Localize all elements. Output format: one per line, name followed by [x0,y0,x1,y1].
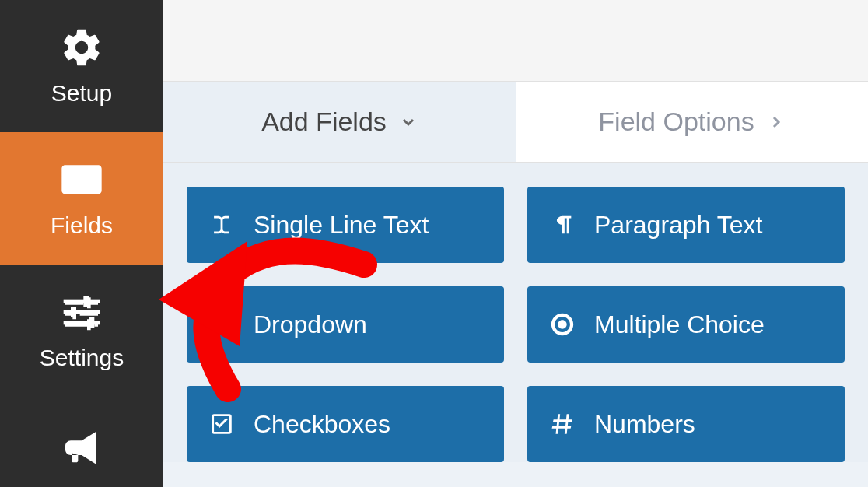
field-label: Paragraph Text [594,211,762,240]
list-icon [60,158,103,201]
tab-field-options[interactable]: Field Options [516,82,868,162]
sidebar-item-settings[interactable]: Settings [0,265,163,397]
sidebar-item-label: Settings [40,345,124,371]
tab-label: Add Fields [261,107,387,137]
svg-rect-0 [64,300,100,303]
paragraph-icon [549,212,576,238]
field-label: Single Line Text [254,211,429,240]
top-bar [163,0,868,82]
chevron-down-icon [399,113,418,131]
field-label: Numbers [594,410,695,439]
svg-rect-3 [83,296,89,307]
field-label: Checkboxes [254,410,390,439]
sidebar-item-fields[interactable]: Fields [0,132,163,265]
sidebar-item-label: Fields [51,212,113,239]
svg-rect-5 [89,317,94,328]
text-cursor-icon [208,212,235,238]
chevron-right-icon [767,113,786,131]
tab-add-fields[interactable]: Add Fields [163,82,516,162]
svg-rect-4 [71,307,76,317]
dropdown-icon [208,311,235,338]
field-checkboxes[interactable]: Checkboxes [187,386,504,462]
checkbox-icon [208,411,235,437]
radio-icon [549,311,576,338]
sidebar-item-setup[interactable]: Setup [0,0,163,132]
field-label: Multiple Choice [594,310,765,339]
sidebar-item-marketing[interactable] [0,397,163,487]
sliders-icon [60,290,103,334]
megaphone-icon [60,428,103,471]
main-panel: Add Fields Field Options Single Line Tex… [163,0,868,487]
field-single-line-text[interactable]: Single Line Text [187,187,504,263]
field-label: Dropdown [254,310,367,339]
field-multiple-choice[interactable]: Multiple Choice [527,286,845,363]
sidebar-item-label: Setup [51,80,112,107]
gear-icon [60,26,103,69]
svg-rect-1 [64,310,100,314]
sidebar: Setup Fields Settings [0,0,163,487]
tab-label: Field Options [598,107,754,137]
field-paragraph-text[interactable]: Paragraph Text [527,187,845,263]
tabs: Add Fields Field Options [163,82,868,163]
hash-icon [549,411,576,437]
field-dropdown[interactable]: Dropdown [187,286,504,363]
field-grid: Single Line Text Paragraph Text Dropdown… [163,163,868,462]
field-numbers[interactable]: Numbers [527,386,845,462]
